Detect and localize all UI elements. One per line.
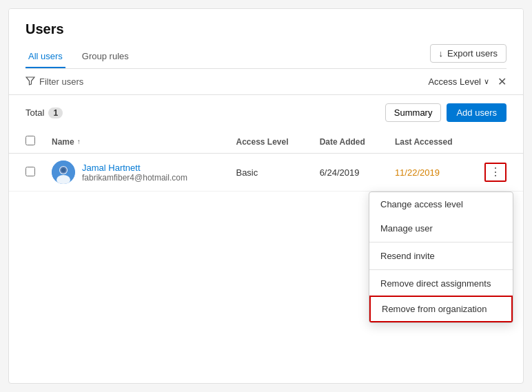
date-added-column-header[interactable]: Date Added [311, 130, 387, 154]
filter-bar: Filter users Access Level ∨ ✕ [9, 69, 523, 95]
page-header: Users All users Group rules ↓ Export use… [9, 9, 523, 69]
avatar [52, 161, 75, 184]
menu-item-manage-user[interactable]: Manage user [369, 216, 513, 240]
row-actions-button[interactable]: ⋮ [484, 163, 507, 182]
tab-group-rules[interactable]: Group rules [79, 45, 132, 68]
context-menu: Change access level Manage user Resend i… [369, 192, 513, 323]
page-title: Users [25, 21, 507, 37]
menu-item-resend-invite[interactable]: Resend invite [369, 244, 513, 268]
svg-point-4 [61, 168, 65, 172]
close-filter-icon[interactable]: ✕ [498, 76, 507, 87]
access-level-label: Access Level [428, 76, 481, 87]
user-email: fabrikamfiber4@hotmail.com [82, 173, 187, 183]
menu-divider-2 [369, 269, 513, 270]
row-checkbox[interactable] [25, 167, 35, 176]
total-count: 1 [48, 107, 63, 118]
summary-button[interactable]: Summary [385, 103, 442, 122]
table-row: Jamal Hartnett fabrikamfiber4@hotmail.co… [9, 154, 523, 192]
last-accessed-cell: 11/22/2019 [387, 154, 476, 192]
filter-right: Access Level ∨ ✕ [428, 76, 507, 87]
filter-users-label[interactable]: Filter users [39, 76, 83, 87]
date-added-cell: 6/24/2019 [311, 154, 387, 192]
export-label: Export users [447, 48, 498, 59]
last-accessed-column-header[interactable]: Last Accessed [387, 130, 476, 154]
user-name[interactable]: Jamal Hartnett [82, 163, 187, 173]
total-badge: Total 1 [25, 107, 63, 118]
actions-column-header [476, 130, 523, 154]
download-icon: ↓ [439, 48, 444, 59]
menu-item-change-access[interactable]: Change access level [369, 192, 513, 216]
tabs-bar: All users Group rules ↓ Export users [25, 44, 507, 69]
access-level-filter[interactable]: Access Level ∨ [428, 76, 489, 87]
select-all-checkbox[interactable] [25, 136, 35, 145]
access-level-column-header[interactable]: Access Level [227, 130, 311, 154]
add-users-button[interactable]: Add users [447, 103, 507, 122]
page-container: Users All users Group rules ↓ Export use… [8, 8, 524, 384]
filter-left: Filter users [25, 76, 83, 87]
menu-divider-1 [369, 242, 513, 243]
table-toolbar: Total 1 Summary Add users [9, 95, 523, 130]
sort-asc-icon: ↑ [77, 138, 81, 145]
menu-item-remove-org[interactable]: Remove from organization [369, 296, 513, 322]
select-all-header [9, 130, 43, 154]
actions-cell: ⋮ [476, 154, 523, 192]
toolbar-right: Summary Add users [385, 103, 507, 122]
table-header-row: Name ↑ Access Level Date Added Last Acce… [9, 130, 523, 154]
total-label: Total [25, 107, 44, 118]
filter-icon [25, 76, 35, 87]
tab-all-users[interactable]: All users [25, 45, 65, 68]
name-column-header[interactable]: Name ↑ [43, 130, 227, 154]
three-dots-icon: ⋮ [490, 167, 501, 178]
access-level-cell: Basic [227, 154, 311, 192]
tabs-left: All users Group rules [25, 45, 145, 68]
user-name-cell: Jamal Hartnett fabrikamfiber4@hotmail.co… [43, 154, 227, 192]
users-table: Name ↑ Access Level Date Added Last Acce… [9, 130, 523, 192]
menu-item-remove-direct[interactable]: Remove direct assignments [369, 271, 513, 296]
user-info: Jamal Hartnett fabrikamfiber4@hotmail.co… [82, 163, 187, 183]
export-users-button[interactable]: ↓ Export users [430, 44, 507, 63]
chevron-down-icon: ∨ [484, 77, 489, 86]
row-checkbox-cell [9, 154, 43, 192]
